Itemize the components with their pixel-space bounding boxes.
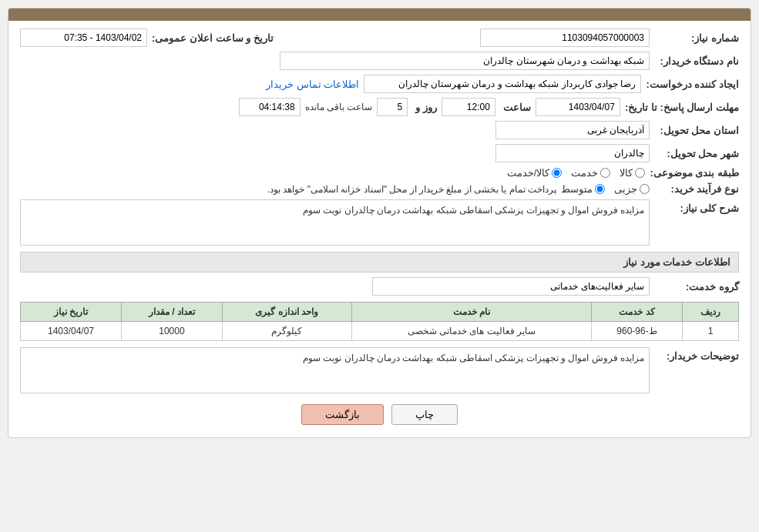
service-group-input[interactable] — [372, 277, 650, 296]
row-description: شرح کلی نیاز: مزایده فروش اموال و تجهیزا… — [20, 199, 739, 246]
purchase-jozi-label: جزیی — [614, 183, 637, 195]
cell-code: ط-96-960 — [592, 322, 683, 341]
need-number-label: شماره نیاز: — [654, 32, 739, 44]
deadline-label: مهلت ارسال پاسخ: تا تاریخ: — [625, 102, 739, 113]
buttons-row: چاپ بازگشت — [20, 404, 739, 425]
col-date: تاریخ نیاز — [21, 303, 122, 322]
purchase-radio-group: جزیی متوسط — [561, 183, 650, 195]
city-label: شهر محل تحویل: — [654, 148, 739, 159]
service-group-label: گروه خدمت: — [654, 281, 739, 293]
cell-row: 1 — [682, 322, 738, 341]
services-section-title: اطلاعات خدمات مورد نیاز — [20, 252, 739, 273]
category-khedmat-item: خدمت — [571, 167, 610, 179]
deadline-days-input[interactable] — [377, 98, 408, 116]
category-kala-label: کالا — [620, 167, 633, 179]
purchase-jozi-item: جزیی — [614, 183, 650, 195]
page-container: شماره نیاز: تاریخ و ساعت اعلان عمومی: نا… — [0, 0, 759, 532]
col-qty: تعداد / مقدار — [121, 303, 222, 322]
deadline-days-label: روز و — [415, 102, 437, 113]
need-number-input[interactable] — [480, 28, 650, 47]
back-button[interactable]: بازگشت — [301, 404, 384, 425]
creator-input[interactable] — [364, 75, 641, 93]
creator-label: ایجاد کننده درخواست: — [646, 79, 739, 90]
col-name: نام خدمت — [351, 303, 592, 322]
row-category: طبقه بندی موضوعی: کالا خدمت کالا/خدمت — [20, 167, 739, 179]
category-both-label: کالا/خدمت — [507, 167, 550, 179]
cell-date: 1403/04/07 — [21, 322, 122, 341]
services-table-container: ردیف کد خدمت نام خدمت واحد اندازه گیری ت… — [20, 302, 739, 341]
main-box: شماره نیاز: تاریخ و ساعت اعلان عمومی: نا… — [8, 8, 751, 438]
buyer-desc-label: توضیحات خریدار: — [654, 347, 739, 362]
category-radio-group: کالا خدمت کالا/خدمت — [507, 167, 646, 179]
row-agency: نام دستگاه خریدار: — [20, 52, 739, 70]
col-row: ردیف — [682, 303, 738, 322]
cell-name: سایر فعالیت های خدماتی شخصی — [351, 322, 592, 341]
row-buyer-desc: توضیحات خریدار: مزایده فروش اموال و تجهی… — [20, 347, 739, 393]
services-table: ردیف کد خدمت نام خدمت واحد اندازه گیری ت… — [20, 302, 739, 341]
cell-unit: کیلوگرم — [222, 322, 351, 341]
category-both-item: کالا/خدمت — [507, 167, 563, 179]
content-area: شماره نیاز: تاریخ و ساعت اعلان عمومی: نا… — [8, 21, 751, 437]
province-input[interactable] — [495, 121, 650, 139]
purchase-jozi-radio[interactable] — [640, 184, 650, 194]
purchase-motavasset-radio[interactable] — [595, 184, 605, 194]
table-row: 1 ط-96-960 سایر فعالیت های خدماتی شخصی ک… — [21, 322, 739, 341]
deadline-date-input[interactable] — [536, 98, 620, 116]
purchase-motavasset-item: متوسط — [561, 183, 605, 195]
description-box: مزایده فروش اموال و تجهیزات پزشکی اسقاطی… — [20, 199, 650, 246]
cell-qty: 10000 — [121, 322, 222, 341]
announce-label: تاریخ و ساعت اعلان عمومی: — [152, 32, 274, 44]
agency-input[interactable] — [280, 52, 650, 70]
row-service-group: گروه خدمت: — [20, 277, 739, 296]
category-khedmat-radio[interactable] — [600, 168, 610, 178]
purchase-type-label: نوع فرآیند خرید: — [654, 183, 739, 195]
row-city: شهر محل تحویل: — [20, 144, 739, 162]
row-deadline: مهلت ارسال پاسخ: تا تاریخ: ساعت روز و سا… — [20, 98, 739, 116]
row-creator: ایجاد کننده درخواست: اطلاعات تماس خریدار — [20, 75, 739, 93]
col-unit: واحد اندازه گیری — [222, 303, 351, 322]
category-label: طبقه بندی موضوعی: — [650, 167, 739, 179]
row-province: استان محل تحویل: — [20, 121, 739, 139]
category-both-radio[interactable] — [552, 168, 562, 178]
deadline-time-label: ساعت — [503, 102, 531, 113]
buyer-desc-box: مزایده فروش اموال و تجهیزات پزشکی اسقاطی… — [20, 347, 650, 393]
category-kala-item: کالا — [620, 167, 645, 179]
province-label: استان محل تحویل: — [654, 125, 739, 136]
print-button[interactable]: چاپ — [391, 404, 458, 425]
purchase-motavasset-label: متوسط — [561, 183, 593, 195]
city-input[interactable] — [495, 144, 650, 162]
purchase-note: پرداخت تمام یا بخشی از مبلغ خریدار از مح… — [267, 184, 556, 195]
col-code: کد خدمت — [592, 303, 683, 322]
category-khedmat-label: خدمت — [571, 167, 598, 179]
announce-input[interactable] — [20, 28, 147, 47]
row-purchase-type: نوع فرآیند خرید: جزیی متوسط پرداخت تمام … — [20, 183, 739, 195]
table-header-row: ردیف کد خدمت نام خدمت واحد اندازه گیری ت… — [21, 303, 739, 322]
description-label: شرح کلی نیاز: — [654, 199, 739, 214]
deadline-time-input[interactable] — [442, 98, 495, 116]
remaining-label: ساعت باقی مانده — [305, 102, 373, 112]
category-kala-radio[interactable] — [635, 168, 645, 178]
remaining-time-input[interactable] — [239, 98, 301, 116]
row-need-number: شماره نیاز: تاریخ و ساعت اعلان عمومی: — [20, 28, 739, 47]
agency-label: نام دستگاه خریدار: — [654, 55, 739, 67]
contact-link[interactable]: اطلاعات تماس خریدار — [266, 79, 359, 90]
page-title — [8, 8, 751, 21]
